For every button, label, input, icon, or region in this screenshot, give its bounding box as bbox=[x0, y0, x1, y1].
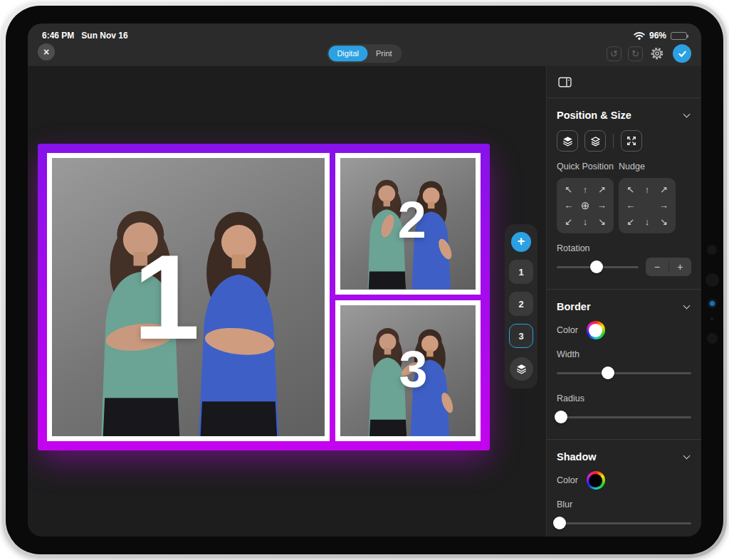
expand-fill-button[interactable] bbox=[621, 130, 642, 152]
ipad-device-frame: 6:46 PM Sun Nov 16 96% bbox=[2, 2, 727, 558]
nudge-label: Nudge bbox=[619, 162, 645, 171]
shadow-color-swatch bbox=[589, 474, 602, 487]
nudge-up-right[interactable]: ↗ bbox=[656, 181, 672, 198]
nudge-center-empty bbox=[639, 198, 655, 214]
expand-arrows-icon bbox=[626, 136, 636, 146]
quick-position-grid: ↖ ↑ ↗ ← ⊕ → ↙ ↓ ↘ bbox=[557, 178, 614, 233]
nudge-down[interactable]: ↓ bbox=[639, 213, 655, 230]
top-toolbar: × Digital Print ↺ ↻ bbox=[28, 42, 701, 66]
shadow-color-label: Color bbox=[557, 475, 578, 485]
redo-button[interactable]: ↻ bbox=[628, 46, 643, 61]
rotation-slider[interactable] bbox=[557, 260, 639, 273]
section-title: Shadow bbox=[557, 451, 597, 463]
layers-back-icon bbox=[562, 136, 573, 147]
battery-icon bbox=[671, 32, 687, 40]
camera-lens-icon bbox=[707, 333, 718, 344]
quick-position-center[interactable]: ⊕ bbox=[577, 198, 593, 214]
section-title: Position & Size bbox=[557, 110, 631, 121]
quick-position-right[interactable]: → bbox=[594, 198, 610, 214]
ipad-bezel: 6:46 PM Sun Nov 16 96% bbox=[6, 6, 723, 554]
chevron-down-icon[interactable] bbox=[683, 302, 691, 310]
border-width-slider[interactable] bbox=[557, 366, 691, 379]
nudge-grid: ↖ ↑ ↗ ← → ↙ ↓ ↘ bbox=[619, 178, 676, 233]
collage-photo-2[interactable]: 2 bbox=[335, 153, 481, 295]
rotation-slider-thumb[interactable] bbox=[590, 260, 603, 273]
camera-sensor-icon bbox=[710, 317, 713, 320]
quick-position-up-right[interactable]: ↗ bbox=[594, 181, 610, 198]
border-color-picker[interactable] bbox=[587, 321, 605, 339]
nudge-up[interactable]: ↑ bbox=[639, 181, 655, 198]
nudge-up-left[interactable]: ↖ bbox=[622, 181, 639, 198]
undo-button[interactable]: ↺ bbox=[607, 46, 622, 61]
photo-number-label: 3 bbox=[399, 344, 428, 395]
check-icon bbox=[678, 49, 687, 58]
nudge-down-right[interactable]: ↘ bbox=[656, 213, 672, 230]
settings-gear-button[interactable] bbox=[649, 46, 665, 61]
camera-indicator-icon bbox=[710, 301, 715, 306]
border-radius-label: Radius bbox=[557, 393, 691, 403]
layers-icon bbox=[516, 364, 527, 374]
layers-front-icon bbox=[590, 136, 601, 147]
app-screen: 6:46 PM Sun Nov 16 96% bbox=[28, 23, 701, 537]
layer-button-1[interactable]: 1 bbox=[509, 260, 533, 284]
collage-photo-1[interactable]: 1 bbox=[47, 153, 330, 441]
layer-strip-panel: + 1 2 3 bbox=[505, 224, 537, 389]
border-radius-slider[interactable] bbox=[557, 411, 691, 423]
chevron-down-icon[interactable] bbox=[683, 453, 691, 460]
rotation-stepper: − + bbox=[646, 258, 691, 276]
sidebar-layout-icon bbox=[558, 77, 572, 88]
bring-forward-button[interactable] bbox=[584, 130, 606, 152]
border-radius-slider-thumb[interactable] bbox=[555, 411, 567, 423]
divider bbox=[547, 289, 701, 290]
section-shadow: Shadow bbox=[557, 451, 691, 463]
photo-number-label: 2 bbox=[398, 194, 426, 245]
quick-position-left[interactable]: ← bbox=[560, 198, 577, 214]
tab-print[interactable]: Print bbox=[367, 46, 401, 61]
camera-lens-icon bbox=[706, 273, 719, 287]
status-bar: 6:46 PM Sun Nov 16 96% bbox=[28, 23, 701, 42]
tab-digital[interactable]: Digital bbox=[328, 46, 367, 61]
nudge-down-left[interactable]: ↙ bbox=[622, 213, 639, 230]
shadow-color-picker[interactable] bbox=[587, 471, 605, 490]
quick-position-down-left[interactable]: ↙ bbox=[560, 213, 577, 230]
collage-frame[interactable]: 1 bbox=[38, 144, 490, 450]
nudge-right[interactable]: → bbox=[656, 198, 672, 214]
border-width-slider-thumb[interactable] bbox=[602, 366, 614, 379]
shadow-blur-label: Blur bbox=[557, 500, 691, 509]
layer-button-3[interactable]: 3 bbox=[509, 324, 533, 348]
close-button[interactable]: × bbox=[38, 43, 55, 60]
divider bbox=[613, 134, 614, 148]
confirm-button[interactable] bbox=[673, 44, 691, 63]
properties-sidebar: Position & Size bbox=[546, 66, 701, 537]
nudge-left[interactable]: ← bbox=[622, 198, 639, 214]
shadow-blur-slider[interactable] bbox=[557, 517, 691, 529]
layer-button-2[interactable]: 2 bbox=[509, 292, 533, 316]
section-border: Border bbox=[557, 301, 691, 312]
wifi-icon bbox=[634, 31, 645, 40]
camera-lens-icon bbox=[707, 245, 717, 255]
quick-position-down[interactable]: ↓ bbox=[577, 213, 593, 230]
rotation-label: Rotation bbox=[557, 243, 691, 253]
quick-position-up-left[interactable]: ↖ bbox=[560, 181, 577, 198]
shadow-blur-slider-thumb[interactable] bbox=[553, 517, 566, 529]
bezel-camera-array bbox=[706, 245, 718, 344]
quick-position-up[interactable]: ↑ bbox=[577, 181, 593, 198]
photo-number-label: 1 bbox=[133, 238, 199, 357]
section-position-size: Position & Size bbox=[557, 110, 691, 121]
toggle-sidebar-button[interactable] bbox=[558, 77, 572, 88]
border-color-label: Color bbox=[557, 325, 578, 335]
quick-position-down-right[interactable]: ↘ bbox=[594, 213, 610, 230]
rotation-minus-button[interactable]: − bbox=[646, 261, 668, 273]
output-mode-segmented-control: Digital Print bbox=[327, 44, 402, 63]
chevron-down-icon[interactable] bbox=[683, 111, 691, 118]
battery-percent: 96% bbox=[649, 31, 666, 41]
section-title: Border bbox=[557, 301, 591, 312]
editor-canvas: 1 bbox=[28, 66, 546, 537]
border-color-swatch bbox=[589, 324, 602, 337]
send-backward-button[interactable] bbox=[557, 130, 578, 152]
add-layer-button[interactable]: + bbox=[511, 232, 531, 252]
rotation-plus-button[interactable]: + bbox=[669, 261, 692, 273]
collage-photo-3[interactable]: 3 bbox=[335, 300, 481, 442]
divider bbox=[547, 439, 701, 440]
layers-menu-button[interactable] bbox=[510, 357, 533, 381]
